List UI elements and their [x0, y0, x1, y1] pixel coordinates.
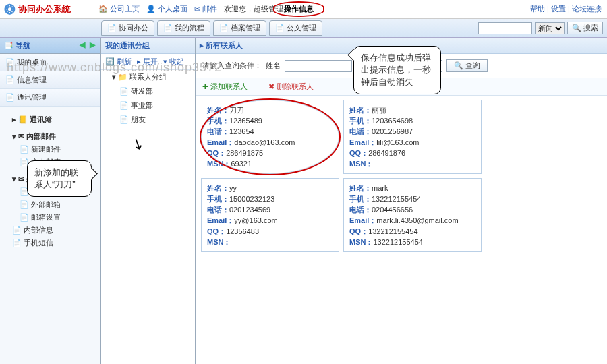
subtab-3[interactable]: 📄 公文管理 [269, 20, 322, 36]
group-panel-title: 我的通讯分组 [101, 38, 195, 54]
top-search-input[interactable] [478, 22, 532, 34]
left-nav-header: 📑 导航 ◀ ▶ [0, 38, 100, 54]
btn-collapse[interactable]: ▾ 收起 [163, 57, 184, 67]
contact-card-3[interactable]: 姓名：mark手机：132212155454电话：0204456656Email… [343, 178, 482, 252]
search-button[interactable]: 🔍 查询 [446, 59, 488, 72]
callout-new-contact: 新添加的联系人“刀刀” [27, 160, 92, 197]
help-links[interactable]: 帮助 | 设置 | 论坛连接 [530, 4, 602, 14]
group-2[interactable]: 📄 朋友 [101, 113, 195, 127]
group-root[interactable]: ▾ 📁 联系人分组 [101, 70, 195, 84]
search-label: 请输入查询条件： [202, 61, 262, 71]
leftnav-item-2[interactable]: 📄 通讯管理 [0, 89, 100, 107]
subtab-1[interactable]: 📄 我的流程 [157, 20, 210, 36]
tree-email-2[interactable]: 📄 邮箱设置 [3, 211, 98, 224]
nav-collapse-icons[interactable]: ◀ ▶ [80, 40, 96, 51]
btn-expand[interactable]: ▸ 展开 [137, 57, 158, 67]
subtab-0[interactable]: 📄 协同办公 [101, 20, 154, 36]
logo-text: 协同办公系统 [18, 3, 71, 16]
leftnav-item-0[interactable]: 📄 我的桌面 [0, 54, 100, 71]
nav-desktop[interactable]: 👤 个人桌面 [146, 4, 187, 14]
nav-mail[interactable]: ✉ 邮件 [194, 4, 217, 14]
top-search-type[interactable]: 新闻 [535, 22, 565, 34]
tree-imail-0[interactable]: 📄 新建邮件 [3, 143, 98, 156]
app-logo: ❂ 协同办公系统 [4, 1, 98, 18]
group-1[interactable]: 📄 事业部 [101, 98, 195, 113]
tree-internal-mail[interactable]: ▾ ✉ 内部邮件 [3, 130, 98, 143]
leftnav-item-1[interactable]: 📄 信息管理 [0, 71, 100, 89]
tree-more-0[interactable]: 📄 内部信息 [3, 224, 98, 237]
tree-more-1[interactable]: 📄 手机短信 [3, 237, 98, 249]
contact-card-2[interactable]: 姓名：yy手机：15000232123电话：0201234569Email：yy… [201, 178, 339, 252]
add-contact[interactable]: ✚ 添加联系人 [202, 82, 257, 90]
group-0[interactable]: 📄 研发部 [101, 84, 195, 98]
tree-email-1[interactable]: 📄 外部邮箱 [3, 198, 98, 211]
top-search-button[interactable]: 🔍 搜索 [567, 22, 603, 34]
tree-addressbook[interactable]: ▸ 📒 通讯簿 [3, 113, 98, 126]
btn-refresh[interactable]: 🔄 刷新 [105, 57, 132, 67]
delete-contact[interactable]: ✖ 删除联系人 [268, 82, 323, 90]
top-nav: 🏠 公司主页 👤 个人桌面 ✉ 邮件 [98, 4, 217, 14]
callout-save-success: 保存信息成功后弹出提示信息，一秒钟后自动消失 [353, 46, 441, 94]
subtab-2[interactable]: 📄 档案管理 [213, 20, 266, 36]
search-name-input[interactable] [285, 60, 352, 72]
contact-card-1[interactable]: 姓名：丽丽手机：1203654698电话：0201256987Email：lil… [343, 100, 482, 174]
operation-hint: 操作信息 [273, 1, 324, 17]
nav-home[interactable]: 🏠 公司主页 [98, 4, 140, 14]
contact-card-0[interactable]: 姓名：刀刀手机：12365489电话：123654Email：daodao@16… [201, 100, 339, 174]
logo-icon: ❂ [4, 1, 16, 18]
